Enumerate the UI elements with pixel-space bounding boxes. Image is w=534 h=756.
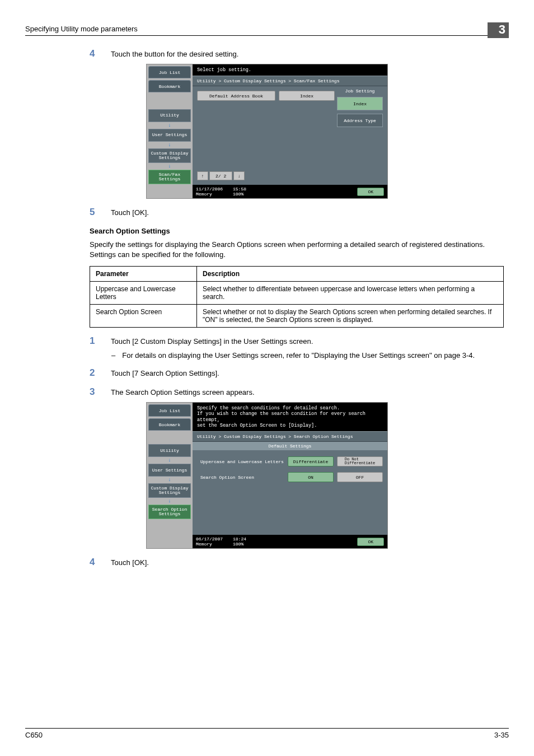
- step-number: 4: [90, 557, 111, 568]
- status-time: 15:58: [233, 186, 246, 192]
- td-param: Search Option Screen: [90, 305, 197, 328]
- left-nav: Job List Bookmark Utility ↓ User Setting…: [147, 64, 193, 198]
- row-label-uppercase-lowercase: Uppercase and Lowercase Letters: [197, 459, 284, 464]
- side-label-job-setting: Job Setting: [337, 88, 383, 94]
- arrow-down-icon: ↓: [147, 458, 193, 463]
- th-parameter: Parameter: [90, 267, 197, 282]
- page-header: Specifying Utility mode parameters 3: [25, 22, 509, 38]
- status-memory-pct: 100%: [233, 192, 243, 197]
- arrow-down-icon: ↓: [147, 142, 193, 148]
- status-memory-pct: 100%: [233, 542, 243, 547]
- step-5: 5 Touch [OK].: [90, 207, 509, 218]
- left-nav: Job List Bookmark Utility ↓ User Setting…: [147, 403, 193, 548]
- sub-step: – For details on displaying the User Set…: [111, 351, 509, 360]
- toggle-differentiate[interactable]: Differentiate: [288, 456, 334, 466]
- screenshot-search-option-settings: Job List Bookmark Utility ↓ User Setting…: [146, 402, 388, 549]
- menu-custom-display[interactable]: Custom Display Settings: [148, 483, 191, 498]
- pager-page-label: 2/ 2: [209, 171, 232, 180]
- footer-left: C650: [25, 731, 43, 739]
- header-title: Specifying Utility mode parameters: [25, 25, 488, 36]
- arrow-down-icon: ↓: [147, 123, 193, 128]
- footer-right: 3-35: [494, 731, 509, 739]
- status-memory-label: Memory: [196, 542, 212, 547]
- sub-step-text: For details on displaying the User Setti…: [122, 351, 475, 360]
- step-text: Touch [7 Search Option Settings].: [111, 369, 219, 377]
- th-description: Description: [197, 267, 504, 282]
- toggle-on[interactable]: ON: [288, 472, 334, 482]
- instruction-text: Specify the search conditions for detail…: [193, 403, 387, 431]
- step-number: 1: [90, 335, 111, 347]
- status-memory-label: Memory: [196, 192, 212, 197]
- option-index-value[interactable]: Index: [279, 91, 335, 101]
- pager-down-button[interactable]: ↓: [233, 171, 245, 180]
- step-2: 2 Touch [7 Search Option Settings].: [90, 367, 509, 379]
- step-text: The Search Option Settings screen appear…: [111, 388, 255, 396]
- td-desc: Select whether to differentiate between …: [197, 282, 504, 305]
- status-bar: 06/17/2007Memory 18:24100% OK: [193, 535, 387, 548]
- instruction-text: Select job setting.: [193, 64, 387, 76]
- pager-up-button[interactable]: ↑: [197, 171, 208, 180]
- pager: ↑ 2/ 2 ↓: [197, 171, 383, 180]
- toggle-off[interactable]: OFF: [337, 472, 383, 482]
- side-btn-index[interactable]: Index: [337, 97, 383, 110]
- step-text: Touch [OK].: [111, 558, 149, 567]
- option-default-address-book[interactable]: Default Address Book: [197, 91, 275, 101]
- table-row: Uppercase and Lowercase Letters Select w…: [90, 282, 504, 305]
- menu-custom-display[interactable]: Custom Display Settings: [148, 148, 191, 163]
- td-param: Uppercase and Lowercase Letters: [90, 282, 197, 305]
- row-label-search-option-screen: Search Option Screen: [197, 475, 284, 480]
- status-date: 06/17/2007: [196, 536, 223, 542]
- parameter-table: Parameter Description Uppercase and Lowe…: [90, 266, 504, 328]
- section-heading: Search Option Settings: [90, 227, 509, 235]
- tab-job-list[interactable]: Job List: [148, 66, 191, 78]
- tab-job-list[interactable]: Job List: [148, 404, 191, 417]
- breadcrumb: Utility > Custom Display Settings > Scan…: [193, 76, 387, 86]
- main-panel: Default Address Book Index Job Setting I…: [193, 86, 387, 185]
- menu-utility[interactable]: Utility: [148, 109, 191, 122]
- tab-bookmark[interactable]: Bookmark: [148, 418, 191, 431]
- arrow-down-icon: ↓: [147, 498, 193, 504]
- tab-bookmark[interactable]: Bookmark: [148, 80, 191, 92]
- ok-button[interactable]: OK: [357, 538, 384, 546]
- toggle-do-not-differentiate[interactable]: Do Not Differentiate: [337, 456, 383, 466]
- menu-user-settings[interactable]: User Settings: [148, 464, 191, 477]
- step-text: Touch [2 Custom Display Settings] in the…: [111, 337, 313, 346]
- step-3: 3 The Search Option Settings screen appe…: [90, 386, 509, 398]
- page-footer: C650 3-35: [25, 728, 509, 739]
- document-page: Specifying Utility mode parameters 3 4 T…: [0, 0, 534, 756]
- screenshot-scan-fax-settings: Job List Bookmark Utility ↓ User Setting…: [146, 64, 388, 199]
- step-4: 4 Touch the button for the desired setti…: [90, 48, 509, 59]
- menu-utility[interactable]: Utility: [148, 444, 191, 457]
- menu-user-settings[interactable]: User Settings: [148, 129, 191, 142]
- section-description: Specify the settings for displaying the …: [90, 240, 509, 259]
- breadcrumb: Utility > Custom Display Settings > Sear…: [193, 431, 387, 442]
- menu-search-option-settings[interactable]: Search Option Settings: [148, 505, 191, 519]
- step-number: 2: [90, 367, 111, 379]
- td-desc: Select whether or not to display the Sea…: [197, 305, 504, 328]
- step-1: 1 Touch [2 Custom Display Settings] in t…: [90, 335, 509, 347]
- status-date: 11/17/2006: [196, 186, 223, 192]
- status-time: 18:24: [233, 536, 246, 542]
- side-btn-address-type[interactable]: Address Type: [337, 114, 383, 127]
- menu-scan-fax-settings[interactable]: Scan/Fax Settings: [148, 170, 191, 184]
- arrow-down-icon: ↓: [147, 477, 193, 483]
- step-number: 3: [90, 386, 111, 398]
- arrow-down-icon: ↓: [147, 164, 193, 169]
- status-bar: 11/17/2006Memory 15:58100% OK: [193, 185, 387, 198]
- step-4b: 4 Touch [OK].: [90, 557, 509, 568]
- default-settings-header: Default Settings: [193, 442, 387, 451]
- ok-button[interactable]: OK: [357, 188, 384, 196]
- step-text: Touch the button for the desired setting…: [111, 50, 238, 58]
- main-panel: Default Settings Uppercase and Lowercase…: [193, 442, 387, 535]
- chapter-number: 3: [488, 22, 509, 38]
- step-number: 5: [90, 207, 111, 218]
- table-row: Search Option Screen Select whether or n…: [90, 305, 504, 328]
- dash-icon: –: [111, 351, 115, 360]
- step-text: Touch [OK].: [111, 208, 149, 217]
- step-number: 4: [90, 48, 111, 59]
